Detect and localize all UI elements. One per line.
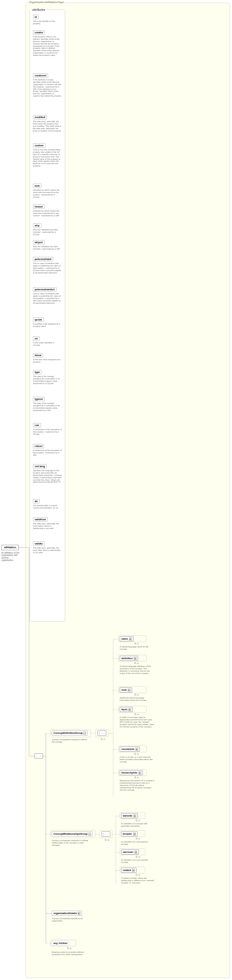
any-other[interactable]: any ##other <box>52 941 69 946</box>
od-desc: A group of properties specific to an org… <box>52 918 89 922</box>
concept-definition-group[interactable]: ConceptDefinitionGroup− <box>52 730 88 735</box>
leaf-label: note <box>121 689 127 692</box>
expand-icon[interactable]: + <box>132 869 135 872</box>
attr-how: howIndicates by which means the value wa… <box>33 184 62 199</box>
element-note[interactable]: note+ <box>120 687 132 692</box>
attr-name[interactable]: type <box>33 370 41 374</box>
attr-xml-lang: xml:langSpecifies the language of this p… <box>33 464 62 483</box>
attr-name[interactable]: validto <box>33 541 44 546</box>
element-related[interactable]: related+ <box>121 868 137 873</box>
connector <box>29 756 34 756</box>
element-sameAs[interactable]: sameAs+ <box>121 813 138 818</box>
affiliation-desc: An affiliation of the organisation with … <box>2 552 21 562</box>
crg-occur: 0..∞ <box>105 839 109 841</box>
occur: 0..∞ <box>135 776 139 778</box>
attr-name[interactable]: pubconstrainturi <box>33 287 57 291</box>
attr-name[interactable]: modified <box>33 115 47 119</box>
expand-icon[interactable]: + <box>135 748 138 751</box>
leaf-label: name <box>121 637 128 640</box>
expand-icon[interactable]: + <box>133 833 136 835</box>
attr-pubconstraint: pubconstraintOne or many constraints tha… <box>33 257 62 274</box>
attr-desc: The type of the concept assigned as a co… <box>33 402 62 412</box>
leaf-desc: A natural language name for the concept. <box>120 646 155 651</box>
expand-icon[interactable]: + <box>78 912 80 915</box>
connector <box>108 733 113 733</box>
attr-desc: Why the metadata has been included - exp… <box>33 245 62 250</box>
attr-name[interactable]: qcode <box>33 318 44 322</box>
attr-qcode: qcodeA qualified code assigned as a prop… <box>33 318 62 328</box>
connector <box>46 733 46 943</box>
leaf-desc: An identifier of a concept with equivale… <box>121 822 156 827</box>
element-broader[interactable]: broader+ <box>121 831 138 837</box>
attr-name[interactable]: how <box>33 184 41 188</box>
expand-icon[interactable]: + <box>135 851 137 854</box>
attr-desc: A URI which identifies a concept. <box>33 342 62 347</box>
attr-desc: A refinement of the semantics of the pro… <box>33 449 62 457</box>
occur: 0..∞ <box>136 837 140 840</box>
expand-icon[interactable]: + <box>128 689 130 692</box>
attr-name[interactable]: whyuri <box>33 240 44 245</box>
attr-desc: A qualified code assigned as a property … <box>33 323 62 328</box>
diagram-canvas: OrganisationAffiliationType affiliation … <box>0 0 232 980</box>
attr-name[interactable]: why <box>33 223 41 228</box>
element-name[interactable]: name+ <box>120 636 133 641</box>
attr-name[interactable]: literal <box>33 353 43 358</box>
attr-literal: literalA free-text value assigned as a p… <box>33 353 62 363</box>
attr-desc: The type of the concept assigned as a co… <box>33 375 62 385</box>
connector <box>46 913 52 914</box>
attr-desc: Why the metadata has been included - exp… <box>33 229 62 236</box>
attr-name[interactable]: validfrom <box>33 517 48 522</box>
attr-name[interactable]: pubconstraint <box>33 257 53 261</box>
attr-role: roleA refinement of the semantics of the… <box>33 423 62 436</box>
attr-name[interactable]: typeuri <box>33 397 45 401</box>
element-hierarchyInfo[interactable]: hierarchyInfo+ <box>120 770 143 775</box>
attr-name[interactable]: roleuri <box>33 444 44 448</box>
attr-name[interactable]: howuri <box>33 204 45 209</box>
attr-desc: The date (and, optionally, the time) whe… <box>33 120 62 132</box>
sequence-connector-cdg <box>97 730 106 736</box>
collapse-icon[interactable]: − <box>83 732 86 735</box>
organisation-details[interactable]: organisationDetails+ <box>52 911 82 916</box>
occur: 0..∞ <box>135 752 139 755</box>
leaf-label: hierarchyInfo <box>121 771 138 774</box>
concept-relationships-group[interactable]: ConceptRelationshipsGroup− <box>52 831 93 837</box>
expand-icon[interactable]: + <box>138 772 141 774</box>
expand-icon[interactable]: + <box>133 815 136 817</box>
affiliation-element[interactable]: affiliation <box>2 545 19 550</box>
sequence-connector-main <box>34 753 43 759</box>
attr-creator: creatorIf the property value is not defi… <box>33 30 62 57</box>
connector <box>113 710 118 710</box>
attr-name[interactable]: custom <box>33 143 45 148</box>
attr-name[interactable]: role <box>33 423 41 428</box>
attr-why: whyWhy the metadata has been included - … <box>33 223 62 236</box>
leaf-desc: Additional natural language information … <box>120 697 155 702</box>
attr-name[interactable]: xml:lang <box>33 464 47 468</box>
expand-icon[interactable]: + <box>134 657 137 660</box>
attr-name[interactable]: creatoruri <box>33 73 48 78</box>
attr-validfrom: validfromThe date (and, optionally, the … <box>33 517 62 530</box>
attr-name[interactable]: id <box>33 15 39 19</box>
collapse-icon[interactable]: − <box>89 833 91 835</box>
occur: 0..∞ <box>135 642 139 645</box>
attr-desc: If the attribute is empty, specifies whi… <box>33 79 62 97</box>
attr-desc: Indicates by which means the value was e… <box>33 210 62 217</box>
attr-desc: The date (and, optionally, the time) aft… <box>33 547 62 554</box>
expand-icon[interactable]: + <box>129 638 132 640</box>
attr-uri: uriA URI which identifies a concept. <box>33 336 62 347</box>
attr-howuri: howuriIndicates by which means the value… <box>33 204 62 217</box>
leaf-label: definition <box>121 657 133 660</box>
attr-roleuri: roleuriA refinement of the semantics of … <box>33 444 62 457</box>
leaf-label: narrower <box>123 851 133 854</box>
connector <box>29 547 29 756</box>
attr-name[interactable]: uri <box>33 336 40 341</box>
element-facet[interactable]: facet+ <box>120 707 133 712</box>
expand-icon[interactable]: + <box>129 708 131 711</box>
cdg-desc: A group of properties required to define… <box>52 738 89 743</box>
element-remoteInfo[interactable]: remoteInfo+ <box>120 746 140 752</box>
attr-name[interactable]: creator <box>33 30 45 35</box>
element-narrower[interactable]: narrower+ <box>121 850 139 854</box>
element-definition[interactable]: definition+ <box>120 656 138 661</box>
attr-validto: validtoThe date (and, optionally, the ti… <box>33 541 62 554</box>
attr-name[interactable]: dir <box>33 499 40 503</box>
attr-dir: dirThe directionality of textual content… <box>33 499 62 509</box>
